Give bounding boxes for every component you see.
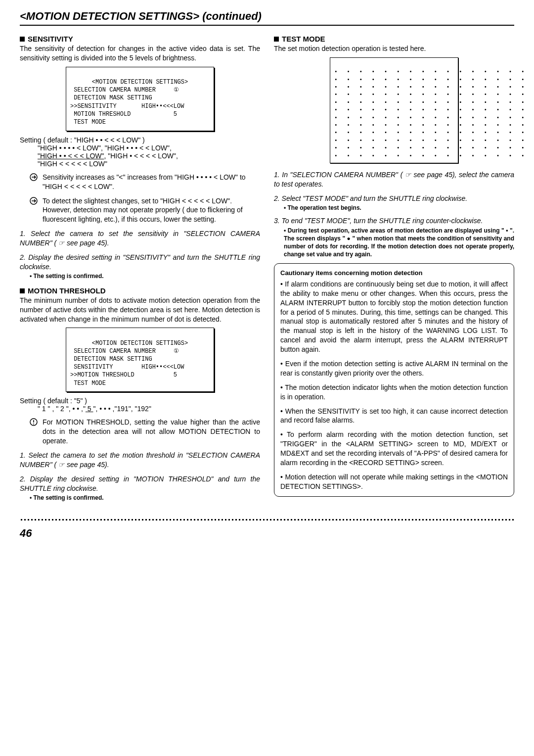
sensitivity-confirm: • The setting is confirmed. bbox=[30, 273, 260, 280]
sensitivity-step-1: 1. Select the camera to set the sensitiv… bbox=[20, 229, 260, 248]
testmode-heading: TEST MODE bbox=[274, 35, 514, 43]
caution-item-3: • The motion detection indicator lights … bbox=[280, 383, 508, 402]
threshold-step-1: 1. Select the camera to set the motion t… bbox=[20, 451, 260, 470]
dot-grid-box: • • • • • • • • • • • • • • • • • • • • … bbox=[330, 57, 458, 163]
testmode-step-1: 1. In "SELECTION CAMERA NUMBER" ( ☞ see … bbox=[274, 170, 514, 189]
threshold-screen: <MOTION DETECTION SETTINGS> SELECTION CA… bbox=[66, 328, 214, 392]
right-column: TEST MODE The set motion detection opera… bbox=[274, 35, 514, 501]
sensitivity-option-3: "HIGH < < < < < LOW" bbox=[38, 160, 260, 168]
caution-item-4: • When the SENSITIVITY is set too high, … bbox=[280, 407, 508, 425]
circle-arrow-icon bbox=[30, 196, 40, 225]
threshold-intro: The minimum number of dots to activate m… bbox=[20, 296, 260, 324]
testmode-step3-sub: • During test operation, active areas of… bbox=[284, 227, 514, 259]
sensitivity-heading: SENSITIVITY bbox=[20, 35, 260, 43]
square-bullet-icon bbox=[20, 37, 25, 42]
square-bullet-icon bbox=[274, 37, 279, 42]
threshold-default: Setting ( default : "5" ) bbox=[20, 397, 260, 405]
testmode-step-2: 2. Select "TEST MODE" and turn the SHUTT… bbox=[274, 194, 514, 203]
threshold-heading: MOTION THRESHOLD bbox=[20, 286, 260, 295]
sensitivity-option-1: "HIGH • • • • < LOW", "HIGH • • • < < LO… bbox=[38, 144, 260, 152]
circle-arrow-icon bbox=[30, 173, 40, 191]
caution-heading: Cautionary items concerning motion detec… bbox=[280, 269, 508, 278]
dotted-divider bbox=[20, 518, 514, 521]
screen-title: <MOTION DETECTION SETTINGS> bbox=[70, 339, 210, 347]
sensitivity-default: Setting ( default : "HIGH • • < < < LOW"… bbox=[20, 136, 260, 144]
testmode-step-3: 3. To end "TEST MODE", turn the SHUTTLE … bbox=[274, 216, 514, 226]
testmode-intro: The set motion detection operation is te… bbox=[274, 44, 514, 53]
caution-item-2: • Even if the motion detection setting i… bbox=[280, 359, 508, 378]
sensitivity-tip-1: Sensitivity increases as "<" increases f… bbox=[30, 173, 260, 191]
caution-item-1: • If alarm conditions are continuously b… bbox=[280, 280, 508, 354]
caution-item-6: • Motion detection will not operate whil… bbox=[280, 472, 508, 491]
caution-item-5: • To perform alarm recording with the mo… bbox=[280, 430, 508, 468]
square-bullet-icon bbox=[20, 288, 25, 293]
sensitivity-intro: The sensitivity of detection for changes… bbox=[20, 44, 260, 63]
caution-icon bbox=[30, 418, 40, 446]
left-column: SENSITIVITY The sensitivity of detection… bbox=[20, 35, 260, 501]
svg-point-4 bbox=[33, 424, 34, 425]
page-number: 46 bbox=[20, 527, 514, 540]
testmode-step2-sub: • The operation test begins. bbox=[284, 204, 514, 211]
sensitivity-option-2: "HIGH • • < < < LOW", "HIGH • < < < < LO… bbox=[38, 152, 260, 160]
threshold-step-2: 2. Display the desired setting in "MOTIO… bbox=[20, 474, 260, 493]
sensitivity-tip-2: To detect the slightest changes, set to … bbox=[30, 196, 260, 225]
screen-title: <MOTION DETECTION SETTINGS> bbox=[70, 78, 210, 86]
page-title: <MOTION DETECTION SETTINGS> (continued) bbox=[20, 10, 514, 26]
threshold-confirm: • The setting is confirmed. bbox=[30, 494, 260, 501]
caution-box: Cautionary items concerning motion detec… bbox=[274, 263, 514, 496]
sensitivity-screen: <MOTION DETECTION SETTINGS> SELECTION CA… bbox=[66, 67, 214, 131]
sensitivity-step-2: 2. Display the desired setting in "SENSI… bbox=[20, 253, 260, 272]
threshold-warning: For MOTION THRESHOLD, setting the value … bbox=[30, 418, 260, 446]
threshold-options: " 1 " , " 2 ", • • ," 5 ", • • • ,"191",… bbox=[38, 405, 260, 413]
